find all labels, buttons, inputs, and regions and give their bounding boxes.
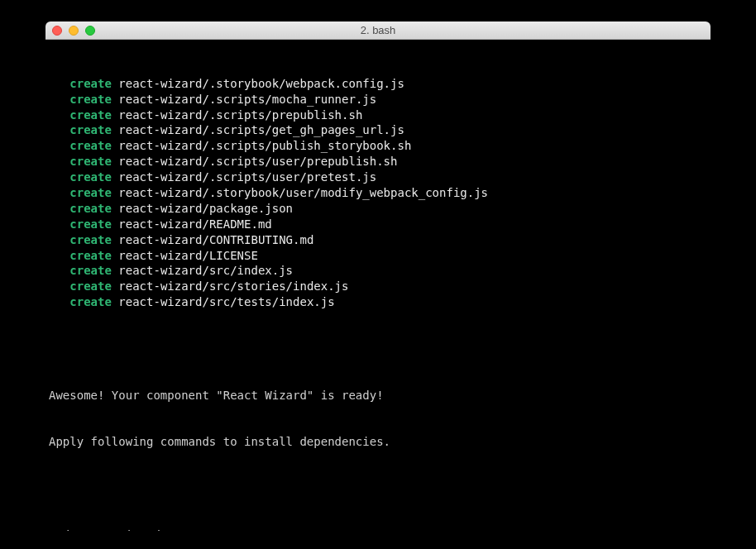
file-path: react-wizard/.storybook/webpack.config.j… — [118, 77, 404, 90]
terminal-window: 2. bash create react-wizard/.storybook/w… — [45, 21, 711, 531]
create-label: create — [69, 170, 112, 184]
terminal-body[interactable]: create react-wizard/.storybook/webpack.c… — [45, 40, 711, 531]
maximize-button[interactable] — [85, 26, 95, 36]
blank-line — [49, 481, 707, 496]
file-path: react-wizard/CONTRIBUTING.md — [118, 233, 313, 246]
create-file-line: create react-wizard/.scripts/mocha_runne… — [49, 92, 707, 107]
file-path: react-wizard/src/stories/index.js — [118, 279, 348, 293]
file-path: react-wizard/.scripts/user/prepublish.sh — [118, 155, 397, 168]
minimize-button[interactable] — [69, 26, 79, 36]
create-label: create — [69, 233, 112, 246]
create-label: create — [69, 108, 112, 122]
create-file-line: create react-wizard/.scripts/user/prepub… — [49, 154, 707, 169]
file-path: react-wizard/README.md — [118, 217, 271, 231]
file-path: react-wizard/.storybook/user/modify_webp… — [118, 186, 488, 199]
file-path: react-wizard/src/index.js — [118, 264, 293, 277]
create-label: create — [69, 155, 112, 168]
create-label: create — [69, 217, 112, 231]
blank-line — [49, 341, 707, 356]
create-label: create — [69, 249, 112, 262]
file-path: react-wizard/package.json — [118, 202, 293, 215]
create-file-line: create react-wizard/LICENSE — [49, 248, 707, 264]
create-file-line: create react-wizard/.storybook/webpack.c… — [49, 76, 707, 92]
title-bar: 2. bash — [45, 21, 711, 40]
file-path: react-wizard/.scripts/mocha_runner.js — [118, 93, 376, 106]
create-file-line: create react-wizard/src/tests/index.js — [49, 294, 707, 310]
create-label: create — [69, 202, 112, 215]
create-file-line: create react-wizard/CONTRIBUTING.md — [49, 232, 707, 248]
file-path: react-wizard/.scripts/publish_storybook.… — [118, 139, 411, 152]
success-message-2: Apply following commands to install depe… — [49, 434, 707, 450]
create-file-line: create react-wizard/.scripts/publish_sto… — [49, 138, 707, 154]
create-file-line: create react-wizard/package.json — [49, 201, 707, 217]
window-title: 2. bash — [45, 24, 711, 36]
file-path: react-wizard/src/tests/index.js — [118, 295, 334, 308]
create-label: create — [69, 186, 112, 199]
create-label: create — [69, 123, 112, 136]
file-path: react-wizard/.scripts/user/pretest.js — [118, 170, 376, 184]
create-label: create — [69, 139, 112, 152]
create-label: create — [69, 77, 112, 90]
create-label: create — [69, 93, 112, 106]
success-message-1: Awesome! Your component "React Wizard" i… — [49, 388, 707, 403]
create-file-line: create react-wizard/.scripts/user/pretes… — [49, 169, 707, 185]
traffic-lights — [52, 26, 95, 36]
create-label: create — [69, 264, 112, 277]
file-path: react-wizard/.scripts/get_gh_pages_url.j… — [118, 123, 404, 136]
create-label: create — [69, 295, 112, 308]
create-file-line: create react-wizard/.scripts/prepublish.… — [49, 107, 707, 123]
create-file-line: create react-wizard/.storybook/user/modi… — [49, 185, 707, 201]
file-path: react-wizard/.scripts/prepublish.sh — [118, 108, 362, 122]
command-cd: cd react-wizard — [49, 528, 707, 531]
create-file-line: create react-wizard/src/stories/index.js — [49, 279, 707, 294]
create-file-line: create react-wizard/.scripts/get_gh_page… — [49, 122, 707, 138]
create-file-line: create react-wizard/src/index.js — [49, 263, 707, 279]
create-file-line: create react-wizard/README.md — [49, 217, 707, 232]
create-label: create — [69, 279, 112, 293]
file-path: react-wizard/LICENSE — [118, 249, 258, 262]
close-button[interactable] — [52, 26, 62, 36]
